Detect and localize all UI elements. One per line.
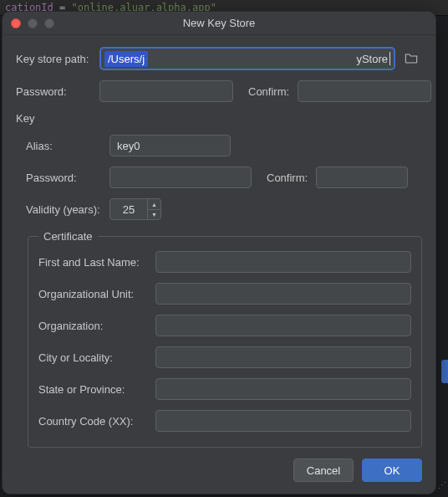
spinner-up-button[interactable]: ▲ [148, 199, 160, 209]
dialog-footer: Cancel OK [3, 448, 435, 494]
cert-org-row: Organization: [38, 315, 411, 336]
spinner-down-button[interactable]: ▼ [148, 209, 160, 219]
cert-org-label: Organization: [38, 320, 155, 332]
cancel-button[interactable]: Cancel [293, 459, 354, 482]
key-password-row: Password: Confirm: [16, 167, 422, 188]
cert-state-label: State or Province: [38, 383, 155, 396]
cert-ou-row: Organizational Unit: [38, 283, 411, 305]
store-confirm-input[interactable] [298, 80, 431, 102]
store-password-label: Password: [16, 85, 99, 98]
store-password-input[interactable] [99, 80, 233, 102]
minimize-window-button[interactable] [28, 18, 38, 28]
key-store-path-row: Key store path: /Users/j yStore [16, 47, 422, 70]
cert-state-row: State or Province: [38, 378, 411, 400]
text-caret [389, 52, 390, 65]
cert-cc-row: Country Code (XX): [38, 410, 411, 432]
dialog-title: New Key Store [3, 17, 435, 29]
key-store-path-label: Key store path: [16, 53, 99, 65]
browse-folder-button[interactable] [400, 48, 422, 69]
cert-first-last-input[interactable] [155, 251, 411, 273]
certificate-fieldset: Certificate First and Last Name: Organiz… [28, 230, 422, 448]
window-controls [11, 18, 54, 28]
cert-ou-label: Organizational Unit: [38, 288, 155, 300]
cert-cc-input[interactable] [155, 410, 411, 432]
new-key-store-dialog: New Key Store Key store path: /Users/j y… [2, 11, 436, 494]
dialog-content: Key store path: /Users/j yStore Pa [3, 35, 435, 448]
cert-city-label: City or Locality: [38, 351, 155, 364]
spinner-arrows: ▲ ▼ [147, 199, 160, 219]
cert-ou-input[interactable] [155, 283, 411, 305]
certificate-legend: Certificate [38, 230, 98, 243]
cert-first-last-label: First and Last Name: [38, 256, 155, 269]
key-password-label: Password: [16, 172, 109, 184]
validity-spinner[interactable]: ▲ ▼ [109, 198, 161, 220]
key-store-path-wrap: /Users/j yStore [99, 47, 422, 70]
cert-state-input[interactable] [155, 378, 411, 400]
store-confirm-label: Confirm: [248, 85, 289, 98]
path-tail-text: yStore [356, 53, 389, 65]
titlebar: New Key Store [3, 12, 435, 35]
path-selected-text: /Users/j [104, 51, 148, 67]
validity-value-input[interactable] [110, 199, 147, 219]
key-store-path-input[interactable]: /Users/j yStore [99, 47, 395, 70]
alias-input[interactable] [109, 135, 231, 156]
zoom-window-button[interactable] [44, 18, 54, 28]
key-confirm-label: Confirm: [267, 172, 308, 184]
cert-city-row: City or Locality: [38, 346, 411, 368]
cert-cc-label: Country Code (XX): [38, 415, 155, 428]
store-password-row: Password: Confirm: [16, 80, 422, 102]
close-window-button[interactable] [11, 18, 21, 28]
cert-org-input[interactable] [155, 315, 411, 336]
ok-button[interactable]: OK [362, 459, 422, 482]
cert-city-input[interactable] [155, 346, 411, 368]
alias-row: Alias: [16, 135, 422, 156]
resize-grip: ⋰ [436, 472, 448, 497]
right-scroll-highlight [441, 360, 448, 383]
cert-first-last-row: First and Last Name: [38, 251, 411, 273]
validity-row: Validity (years): ▲ ▼ [16, 198, 422, 220]
key-password-input[interactable] [109, 167, 252, 188]
alias-label: Alias: [16, 140, 109, 152]
folder-icon [405, 52, 418, 66]
key-confirm-input[interactable] [316, 167, 408, 188]
validity-label: Validity (years): [16, 203, 109, 216]
key-section-label: Key [16, 112, 422, 125]
